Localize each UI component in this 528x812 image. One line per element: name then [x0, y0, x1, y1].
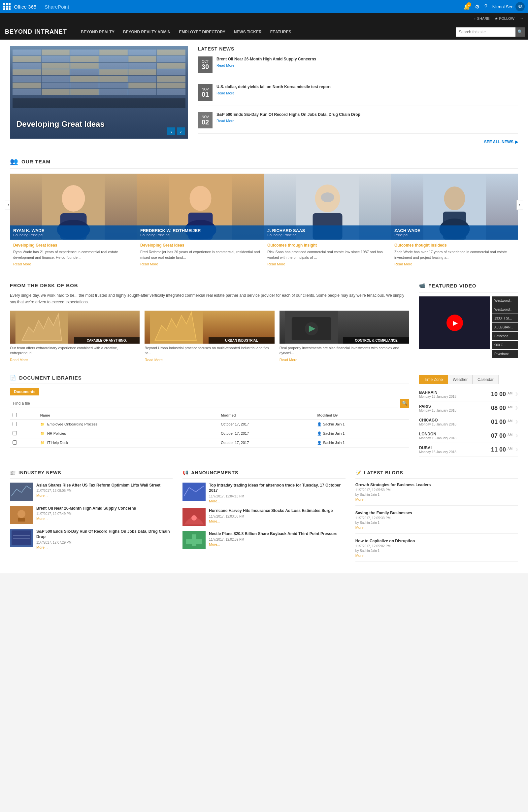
- hero-next-button[interactable]: ›: [177, 127, 185, 135]
- news-read-more-2[interactable]: Read More: [217, 91, 518, 95]
- team-read-more-3[interactable]: Read More: [267, 262, 388, 266]
- doc-search-button[interactable]: 🔍: [400, 399, 409, 408]
- nav-features[interactable]: FEATURES: [266, 24, 295, 40]
- doc-search-input[interactable]: [10, 399, 398, 408]
- featured-video-title: 📹 FEATURED VIDEO: [419, 282, 518, 289]
- playlist-item-3[interactable]: 1333 H St...: [492, 314, 518, 322]
- news-month-2: Nov: [202, 87, 209, 91]
- nav-employee-directory[interactable]: EMPLOYEE DIRECTORY: [175, 24, 229, 40]
- tz-date-paris: Monday 15 January 2018: [419, 409, 491, 412]
- tz-time-london: 07 00: [491, 432, 506, 439]
- blogs-title: 📝 LATEST BLOGS: [355, 470, 518, 479]
- tz-city-name-paris: PARIS: [419, 404, 491, 409]
- tz-row-dubai: DUBAI Monday 15 January 2018 11 00 AM ☽: [419, 443, 518, 457]
- svg-rect-34: [12, 531, 31, 545]
- more-action[interactable]: ⋯: [519, 16, 523, 21]
- site-title[interactable]: BEYOND INTRANET: [5, 28, 67, 35]
- tz-city-bahrain: BAHRAIN Monday 15 January 2018: [419, 390, 491, 398]
- ann-title-3: Nestle Plans $20.8 Billion Share Buyback…: [209, 531, 337, 537]
- see-all-news[interactable]: SEE ALL NEWS ▶: [198, 140, 518, 144]
- news-day-2: 01: [202, 91, 209, 98]
- team-blog-title-4: Outcomes thought insideds: [394, 243, 515, 248]
- list-item: Saving the Family Businesses 11/7/2017, …: [355, 511, 518, 534]
- blog-more-2[interactable]: More...: [355, 525, 518, 530]
- desk-card-read-more-3[interactable]: Read More: [279, 358, 409, 362]
- team-read-more-4[interactable]: Read More: [394, 262, 515, 266]
- news-read-more-3[interactable]: Read More: [217, 119, 518, 123]
- desk-card-read-more-1[interactable]: Read More: [10, 358, 140, 362]
- ann-more-3[interactable]: More...: [209, 542, 337, 546]
- desk-title: FROM THE DESK OF BOB: [10, 282, 409, 288]
- blog-author-1: by Sachin Jain 1: [355, 493, 518, 496]
- team-blog-title-1: Developing Great Ideas: [13, 243, 134, 248]
- blog-more-3[interactable]: More...: [355, 553, 518, 557]
- search-button[interactable]: 🔍: [515, 27, 525, 37]
- tz-city-paris: PARIS Monday 15 January 2018: [419, 404, 491, 412]
- tz-city-london: LONDON Monday 15 January 2018: [419, 432, 491, 440]
- team-read-more-2[interactable]: Read More: [140, 262, 261, 266]
- news-content-3: S&P 500 Ends Six-Day Run Of Record Highs…: [217, 112, 518, 128]
- search-input[interactable]: [456, 27, 515, 37]
- tz-tab-calendar[interactable]: Calendar: [472, 375, 499, 384]
- hero-prev-button[interactable]: ‹: [167, 127, 175, 135]
- waffle-menu-icon[interactable]: [3, 3, 11, 10]
- latest-news-title: LATEST NEWS: [198, 46, 518, 52]
- desk-card-read-more-2[interactable]: Read More: [145, 358, 274, 362]
- notifications-icon[interactable]: 🔔 1: [463, 4, 470, 10]
- nav-beyond-realty[interactable]: BEYOND REALTY: [77, 24, 118, 40]
- table-row: 📁 HR Policies October 17, 2017 👤 Sachin …: [10, 429, 409, 438]
- playlist-item-6[interactable]: 900 G...: [492, 341, 518, 349]
- playlist-item-1[interactable]: Westwood...: [492, 296, 518, 305]
- follow-action[interactable]: ★ FOLLOW: [495, 16, 514, 21]
- doc-tab[interactable]: Documents: [10, 388, 39, 395]
- tz-moon-dubai: ☽: [514, 447, 518, 452]
- desk-card-label-2: URBAN INDUSTRIAL: [208, 337, 275, 344]
- help-icon[interactable]: ?: [484, 4, 487, 10]
- user-profile[interactable]: Nirmol Sen NS: [493, 2, 525, 11]
- svg-point-5: [190, 186, 211, 211]
- industry-item-more-1[interactable]: More...: [36, 493, 160, 497]
- folder-icon-1: 📁: [40, 422, 45, 426]
- desk-card-image-3: CONTROL & COMPLIANCE: [279, 310, 409, 344]
- settings-icon[interactable]: ⚙: [475, 4, 480, 10]
- svg-point-31: [17, 510, 25, 518]
- tz-time-chicago: 01 00: [491, 419, 506, 425]
- ann-more-2[interactable]: More...: [209, 519, 333, 523]
- doc-col-modified[interactable]: Modified: [218, 411, 314, 420]
- tz-tab-weather[interactable]: Weather: [448, 375, 472, 384]
- bottom-section: 📰 INDUSTRY NEWS Asian Shares Rise After …: [0, 463, 528, 574]
- doc-row-check-2: [10, 429, 38, 438]
- news-item-2: Nov 01 U.S. dollar, debt yields fall on …: [198, 84, 518, 106]
- team-card-1: RYAN K. WADE Founding Principal Developi…: [10, 174, 137, 269]
- team-icon: 👥: [10, 157, 18, 165]
- team-name-3: J. RICHARD SAAS: [267, 228, 388, 233]
- nav-news-ticker[interactable]: NEWS TICKER: [230, 24, 266, 40]
- doc-select-all[interactable]: [13, 413, 17, 417]
- team-read-more-1[interactable]: Read More: [13, 262, 134, 266]
- ann-more-1[interactable]: More...: [209, 499, 345, 503]
- industry-item-more-3[interactable]: More...: [36, 545, 173, 549]
- industry-item-title-2: Brent Oil Near 26-Month High Amid Supply…: [36, 506, 136, 511]
- doc-col-checkbox: [10, 411, 38, 420]
- playlist-item-4[interactable]: ALLEGIAN...: [492, 323, 518, 331]
- hero-title: Developing Great Ideas: [16, 119, 105, 129]
- team-next-button[interactable]: ›: [516, 200, 523, 210]
- doc-col-modified-by[interactable]: Modified By: [314, 411, 409, 420]
- playlist-item-2[interactable]: Westwood...: [492, 305, 518, 314]
- team-grid: RYAN K. WADE Founding Principal Developi…: [10, 174, 518, 269]
- team-name-overlay-1: RYAN K. WADE Founding Principal: [10, 226, 137, 240]
- doc-col-name[interactable]: Name: [38, 411, 218, 420]
- playlist-item-5[interactable]: Bethesda...: [492, 332, 518, 340]
- share-action[interactable]: ↑ SHARE: [474, 16, 489, 20]
- blog-more-1[interactable]: More...: [355, 497, 518, 502]
- playlist-item-7[interactable]: Riverfront: [492, 350, 518, 358]
- timezone-section: Time Zone Weather Calendar BAHRAIN Monda…: [419, 375, 518, 457]
- news-read-more-1[interactable]: Read More: [217, 63, 518, 67]
- video-icon: 📹: [419, 282, 426, 289]
- industry-item-more-2[interactable]: More...: [36, 517, 136, 521]
- nav-beyond-realty-admin[interactable]: BEYOND REALTY ADMIN: [119, 24, 175, 40]
- svg-rect-46: [186, 539, 202, 544]
- play-button[interactable]: ▶: [446, 315, 463, 331]
- tz-moon-london: ☽: [514, 433, 518, 438]
- tz-tab-timezone[interactable]: Time Zone: [419, 375, 448, 384]
